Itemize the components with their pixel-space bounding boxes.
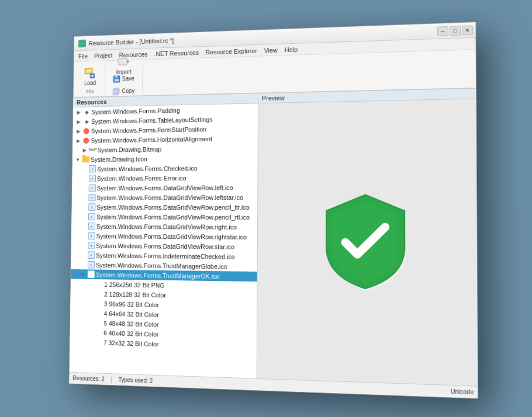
tree-label: System.Windows.Forms.DataGridViewRow.lef… (97, 184, 233, 192)
load-button[interactable]: Load (80, 64, 101, 88)
window-title: Resource Builder - [Untitled.rc *] (88, 37, 174, 46)
svg-rect-9 (115, 75, 118, 78)
item-icon (95, 280, 103, 289)
preview-panel: Preview (257, 89, 478, 386)
tree-item[interactable]: i System.Windows.Forms.Error.ico (72, 172, 257, 183)
expand-icon (80, 261, 86, 268)
status-types: Types used: 2 (118, 377, 153, 384)
app-icon (78, 39, 86, 47)
expand-icon: ▶ (75, 109, 82, 116)
tree-label: System.Windows.Forms.FormStartPosition (91, 126, 206, 134)
expand-icon: ▶ (75, 137, 81, 144)
main-content: Resources ▶ ◆ System.Windows.Forms.Paddi… (70, 89, 478, 386)
item-icon: i (87, 251, 95, 259)
tree-label: 1 256x256 32 Bit PNG (104, 281, 164, 289)
window-controls: ─ □ ✕ (437, 25, 473, 36)
import-icon (118, 54, 131, 68)
toolbar-file-group: Load File (75, 62, 105, 96)
menu-file[interactable]: File (75, 52, 91, 60)
expand-icon: ▼ (75, 156, 81, 163)
item-icon: i (87, 241, 95, 249)
tree-item[interactable]: i System.Windows.Forms.DataGridViewRow.l… (72, 182, 257, 193)
load-label: Load (84, 79, 96, 86)
toolbar-selected-group: Import Save (105, 61, 143, 95)
svg-rect-1 (86, 69, 91, 72)
item-icon (82, 127, 90, 135)
tree-label: System.Windows.Forms.DataGridViewRow.pen… (96, 204, 250, 211)
close-button[interactable]: ✕ (462, 25, 473, 35)
preview-area (257, 99, 478, 385)
item-icon: i (88, 232, 95, 240)
tree-label: 3 96x96 32 Bit Color (104, 300, 159, 308)
svg-marker-7 (127, 60, 129, 62)
item-icon: i (88, 193, 96, 201)
load-icon (84, 65, 96, 79)
expand-icon (88, 290, 94, 297)
menu-view[interactable]: View (261, 46, 281, 54)
save-icon (113, 75, 120, 83)
svg-rect-12 (113, 89, 118, 95)
expand-icon (80, 223, 87, 230)
tree-label: 7 32x32 32 Bit Color (103, 339, 158, 347)
item-icon: i (87, 270, 95, 279)
copy-label: Copy (122, 88, 134, 94)
item-icon: i (87, 260, 95, 269)
svg-point-13 (84, 128, 89, 134)
expand-icon (80, 232, 87, 239)
expand-icon (81, 175, 87, 182)
item-icon: ◆ (83, 108, 91, 116)
tree-label: 4 64x64 32 Bit Color (104, 310, 159, 318)
item-icon: ◆ (82, 117, 90, 126)
expand-icon (88, 280, 94, 287)
expand-icon (88, 310, 94, 317)
tree-label: System.Windows.Forms.Padding (91, 107, 180, 116)
tree-label: System.Windows.Forms.TableLayoutSettings (91, 116, 213, 124)
tree-item[interactable]: i System.Windows.Forms.DataGridViewRow.l… (72, 192, 257, 202)
menu-net-resources[interactable]: .NET Resources (151, 48, 202, 58)
tree-label: System.Windows.Forms.DataGridViewRow.lef… (96, 194, 243, 201)
item-icon: BMP (89, 146, 96, 154)
expand-icon (81, 194, 87, 201)
status-separator (111, 376, 112, 383)
maximize-button[interactable]: □ (450, 26, 461, 36)
file-group-label: File (86, 88, 94, 94)
item-icon (95, 309, 103, 317)
tree-container[interactable]: ▶ ◆ System.Windows.Forms.Padding ▶ ◆ Sys… (70, 103, 258, 378)
tree-item[interactable]: i System.Windows.Forms.DataGridViewRow.p… (72, 202, 257, 212)
item-icon (95, 319, 102, 327)
expand-icon (80, 252, 86, 259)
svg-rect-10 (115, 79, 119, 81)
expand-icon (80, 204, 87, 211)
expand-icon (87, 329, 94, 336)
tree-label: System.Windows.Forms.Checked.ico (97, 165, 198, 172)
item-icon: i (88, 213, 95, 221)
tree-item[interactable]: i System.Windows.Forms.DataGridViewRow.p… (72, 212, 258, 222)
menu-help[interactable]: Help (281, 45, 301, 54)
expand-icon (81, 185, 87, 192)
status-encoding: Unicode (451, 388, 474, 395)
expand-icon (80, 242, 87, 249)
tree-label: System.Windows.Forms.HorizontalAlignment (91, 135, 212, 144)
expand-icon (81, 165, 87, 172)
copy-button[interactable]: Copy (109, 85, 138, 97)
tree-label: System.Windows.Forms.TrustManagerGlobe.i… (96, 262, 227, 270)
tree-label: 5 48x48 32 Bit Color (103, 319, 158, 328)
item-icon: i (88, 203, 95, 211)
item-icon: i (88, 165, 96, 173)
expand-icon (80, 213, 87, 220)
item-icon: i (88, 175, 96, 183)
expand-icon (88, 300, 94, 307)
item-icon: i (88, 184, 96, 192)
tree-label: System.Drawing.Icon (91, 155, 147, 163)
tree-item[interactable]: i System.Windows.Forms.DataGridViewRow.r… (71, 221, 257, 232)
minimize-button[interactable]: ─ (437, 26, 448, 36)
status-resources: Resources: 2 (72, 375, 105, 383)
save-button[interactable]: Save (109, 72, 138, 84)
resources-panel: Resources ▶ ◆ System.Windows.Forms.Paddi… (70, 94, 258, 378)
item-icon (82, 155, 89, 164)
window-frame: Resource Builder - [Untitled.rc *] ─ □ ✕… (69, 22, 478, 399)
tree-label: System.Windows.Forms.TrustManagerOK.ico (96, 271, 220, 280)
tree-label: 6 40x40 32 Bit Color (103, 329, 158, 338)
item-icon: i (88, 223, 95, 231)
menu-resource-explorer[interactable]: Resource Explorer (202, 46, 261, 56)
